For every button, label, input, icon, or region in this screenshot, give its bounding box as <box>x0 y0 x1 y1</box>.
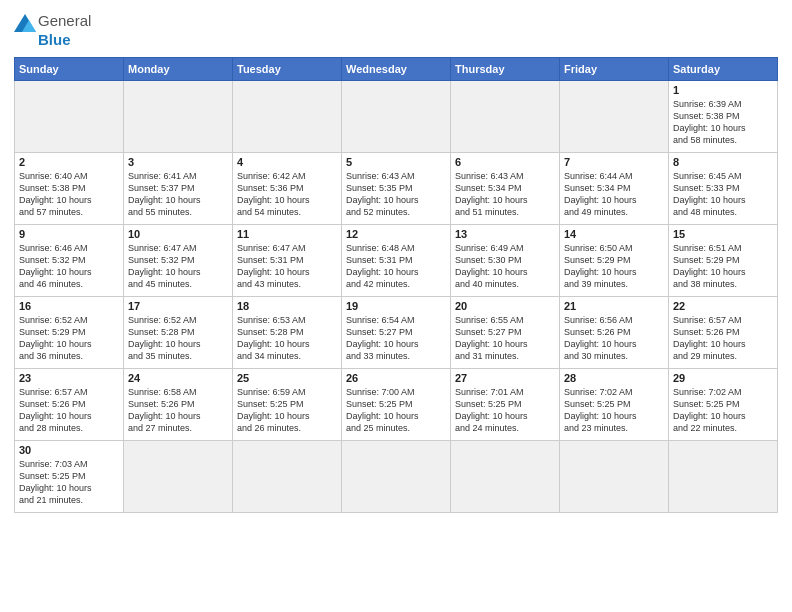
calendar-table: SundayMondayTuesdayWednesdayThursdayFrid… <box>14 57 778 513</box>
day-cell <box>451 440 560 512</box>
day-number: 5 <box>346 156 446 168</box>
day-number: 10 <box>128 228 228 240</box>
day-info: Sunrise: 6:52 AM Sunset: 5:29 PM Dayligh… <box>19 314 119 363</box>
day-cell: 12Sunrise: 6:48 AM Sunset: 5:31 PM Dayli… <box>342 224 451 296</box>
day-cell: 1Sunrise: 6:39 AM Sunset: 5:38 PM Daylig… <box>669 80 778 152</box>
day-number: 19 <box>346 300 446 312</box>
day-info: Sunrise: 7:00 AM Sunset: 5:25 PM Dayligh… <box>346 386 446 435</box>
day-number: 23 <box>19 372 119 384</box>
page: General Blue SundayMondayTuesdayWednesda… <box>0 0 792 612</box>
week-row-2: 9Sunrise: 6:46 AM Sunset: 5:32 PM Daylig… <box>15 224 778 296</box>
day-cell: 16Sunrise: 6:52 AM Sunset: 5:29 PM Dayli… <box>15 296 124 368</box>
day-number: 26 <box>346 372 446 384</box>
weekday-friday: Friday <box>560 57 669 80</box>
day-number: 2 <box>19 156 119 168</box>
day-cell: 3Sunrise: 6:41 AM Sunset: 5:37 PM Daylig… <box>124 152 233 224</box>
day-number: 30 <box>19 444 119 456</box>
day-number: 29 <box>673 372 773 384</box>
day-number: 16 <box>19 300 119 312</box>
day-number: 24 <box>128 372 228 384</box>
header: General Blue <box>14 10 778 49</box>
weekday-sunday: Sunday <box>15 57 124 80</box>
day-cell: 15Sunrise: 6:51 AM Sunset: 5:29 PM Dayli… <box>669 224 778 296</box>
day-cell: 17Sunrise: 6:52 AM Sunset: 5:28 PM Dayli… <box>124 296 233 368</box>
day-info: Sunrise: 6:49 AM Sunset: 5:30 PM Dayligh… <box>455 242 555 291</box>
day-number: 11 <box>237 228 337 240</box>
day-number: 22 <box>673 300 773 312</box>
week-row-1: 2Sunrise: 6:40 AM Sunset: 5:38 PM Daylig… <box>15 152 778 224</box>
day-info: Sunrise: 6:51 AM Sunset: 5:29 PM Dayligh… <box>673 242 773 291</box>
day-number: 7 <box>564 156 664 168</box>
day-info: Sunrise: 6:58 AM Sunset: 5:26 PM Dayligh… <box>128 386 228 435</box>
day-cell: 2Sunrise: 6:40 AM Sunset: 5:38 PM Daylig… <box>15 152 124 224</box>
day-cell: 6Sunrise: 6:43 AM Sunset: 5:34 PM Daylig… <box>451 152 560 224</box>
day-cell <box>124 80 233 152</box>
day-number: 3 <box>128 156 228 168</box>
day-cell: 25Sunrise: 6:59 AM Sunset: 5:25 PM Dayli… <box>233 368 342 440</box>
day-number: 12 <box>346 228 446 240</box>
day-cell <box>342 80 451 152</box>
day-cell: 26Sunrise: 7:00 AM Sunset: 5:25 PM Dayli… <box>342 368 451 440</box>
day-info: Sunrise: 6:53 AM Sunset: 5:28 PM Dayligh… <box>237 314 337 363</box>
day-cell <box>560 440 669 512</box>
day-number: 20 <box>455 300 555 312</box>
day-number: 18 <box>237 300 337 312</box>
day-cell: 9Sunrise: 6:46 AM Sunset: 5:32 PM Daylig… <box>15 224 124 296</box>
week-row-4: 23Sunrise: 6:57 AM Sunset: 5:26 PM Dayli… <box>15 368 778 440</box>
day-info: Sunrise: 6:39 AM Sunset: 5:38 PM Dayligh… <box>673 98 773 147</box>
day-number: 15 <box>673 228 773 240</box>
day-number: 9 <box>19 228 119 240</box>
day-info: Sunrise: 6:43 AM Sunset: 5:34 PM Dayligh… <box>455 170 555 219</box>
day-cell <box>560 80 669 152</box>
day-cell: 29Sunrise: 7:02 AM Sunset: 5:25 PM Dayli… <box>669 368 778 440</box>
day-info: Sunrise: 6:42 AM Sunset: 5:36 PM Dayligh… <box>237 170 337 219</box>
day-number: 21 <box>564 300 664 312</box>
weekday-thursday: Thursday <box>451 57 560 80</box>
day-info: Sunrise: 6:48 AM Sunset: 5:31 PM Dayligh… <box>346 242 446 291</box>
weekday-header-row: SundayMondayTuesdayWednesdayThursdayFrid… <box>15 57 778 80</box>
day-info: Sunrise: 6:43 AM Sunset: 5:35 PM Dayligh… <box>346 170 446 219</box>
day-info: Sunrise: 6:59 AM Sunset: 5:25 PM Dayligh… <box>237 386 337 435</box>
day-info: Sunrise: 6:46 AM Sunset: 5:32 PM Dayligh… <box>19 242 119 291</box>
day-info: Sunrise: 6:55 AM Sunset: 5:27 PM Dayligh… <box>455 314 555 363</box>
day-info: Sunrise: 6:56 AM Sunset: 5:26 PM Dayligh… <box>564 314 664 363</box>
day-number: 13 <box>455 228 555 240</box>
day-cell: 14Sunrise: 6:50 AM Sunset: 5:29 PM Dayli… <box>560 224 669 296</box>
day-number: 28 <box>564 372 664 384</box>
day-cell: 21Sunrise: 6:56 AM Sunset: 5:26 PM Dayli… <box>560 296 669 368</box>
day-number: 6 <box>455 156 555 168</box>
day-cell: 8Sunrise: 6:45 AM Sunset: 5:33 PM Daylig… <box>669 152 778 224</box>
day-number: 17 <box>128 300 228 312</box>
day-cell: 22Sunrise: 6:57 AM Sunset: 5:26 PM Dayli… <box>669 296 778 368</box>
day-cell <box>124 440 233 512</box>
week-row-5: 30Sunrise: 7:03 AM Sunset: 5:25 PM Dayli… <box>15 440 778 512</box>
day-info: Sunrise: 6:40 AM Sunset: 5:38 PM Dayligh… <box>19 170 119 219</box>
weekday-saturday: Saturday <box>669 57 778 80</box>
logo-triangle-icon <box>14 10 36 32</box>
day-cell <box>233 80 342 152</box>
logo-general-text: General <box>38 13 91 30</box>
day-info: Sunrise: 6:47 AM Sunset: 5:31 PM Dayligh… <box>237 242 337 291</box>
day-cell: 13Sunrise: 6:49 AM Sunset: 5:30 PM Dayli… <box>451 224 560 296</box>
week-row-0: 1Sunrise: 6:39 AM Sunset: 5:38 PM Daylig… <box>15 80 778 152</box>
day-cell <box>15 80 124 152</box>
day-cell: 7Sunrise: 6:44 AM Sunset: 5:34 PM Daylig… <box>560 152 669 224</box>
weekday-wednesday: Wednesday <box>342 57 451 80</box>
day-cell: 27Sunrise: 7:01 AM Sunset: 5:25 PM Dayli… <box>451 368 560 440</box>
day-number: 8 <box>673 156 773 168</box>
day-cell <box>669 440 778 512</box>
day-cell <box>451 80 560 152</box>
day-cell: 4Sunrise: 6:42 AM Sunset: 5:36 PM Daylig… <box>233 152 342 224</box>
day-info: Sunrise: 7:01 AM Sunset: 5:25 PM Dayligh… <box>455 386 555 435</box>
day-info: Sunrise: 6:41 AM Sunset: 5:37 PM Dayligh… <box>128 170 228 219</box>
day-cell: 23Sunrise: 6:57 AM Sunset: 5:26 PM Dayli… <box>15 368 124 440</box>
day-cell: 30Sunrise: 7:03 AM Sunset: 5:25 PM Dayli… <box>15 440 124 512</box>
day-cell <box>342 440 451 512</box>
day-info: Sunrise: 6:54 AM Sunset: 5:27 PM Dayligh… <box>346 314 446 363</box>
day-cell: 5Sunrise: 6:43 AM Sunset: 5:35 PM Daylig… <box>342 152 451 224</box>
weekday-tuesday: Tuesday <box>233 57 342 80</box>
day-number: 27 <box>455 372 555 384</box>
day-info: Sunrise: 6:44 AM Sunset: 5:34 PM Dayligh… <box>564 170 664 219</box>
day-cell: 19Sunrise: 6:54 AM Sunset: 5:27 PM Dayli… <box>342 296 451 368</box>
day-cell: 28Sunrise: 7:02 AM Sunset: 5:25 PM Dayli… <box>560 368 669 440</box>
